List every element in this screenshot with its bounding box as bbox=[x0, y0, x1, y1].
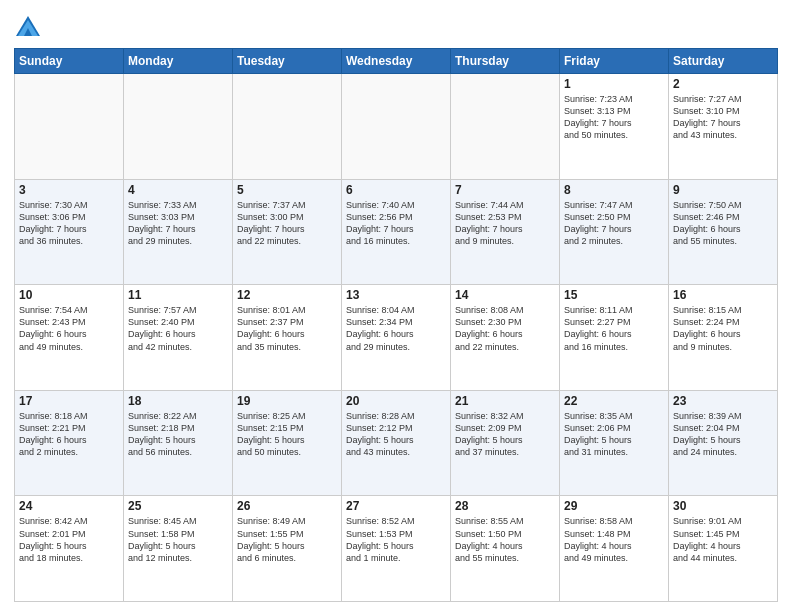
calendar-day-cell: 20Sunrise: 8:28 AM Sunset: 2:12 PM Dayli… bbox=[342, 390, 451, 496]
day-info: Sunrise: 7:33 AM Sunset: 3:03 PM Dayligh… bbox=[128, 199, 228, 248]
calendar-week-row: 3Sunrise: 7:30 AM Sunset: 3:06 PM Daylig… bbox=[15, 179, 778, 285]
calendar-header-friday: Friday bbox=[560, 49, 669, 74]
day-info: Sunrise: 7:47 AM Sunset: 2:50 PM Dayligh… bbox=[564, 199, 664, 248]
day-number: 20 bbox=[346, 394, 446, 408]
day-number: 23 bbox=[673, 394, 773, 408]
day-info: Sunrise: 8:58 AM Sunset: 1:48 PM Dayligh… bbox=[564, 515, 664, 564]
calendar-week-row: 1Sunrise: 7:23 AM Sunset: 3:13 PM Daylig… bbox=[15, 74, 778, 180]
day-number: 21 bbox=[455, 394, 555, 408]
day-info: Sunrise: 8:39 AM Sunset: 2:04 PM Dayligh… bbox=[673, 410, 773, 459]
day-info: Sunrise: 9:01 AM Sunset: 1:45 PM Dayligh… bbox=[673, 515, 773, 564]
calendar-day-cell: 28Sunrise: 8:55 AM Sunset: 1:50 PM Dayli… bbox=[451, 496, 560, 602]
calendar-day-cell: 16Sunrise: 8:15 AM Sunset: 2:24 PM Dayli… bbox=[669, 285, 778, 391]
day-info: Sunrise: 8:52 AM Sunset: 1:53 PM Dayligh… bbox=[346, 515, 446, 564]
day-number: 29 bbox=[564, 499, 664, 513]
calendar-day-cell: 22Sunrise: 8:35 AM Sunset: 2:06 PM Dayli… bbox=[560, 390, 669, 496]
calendar-day-cell: 21Sunrise: 8:32 AM Sunset: 2:09 PM Dayli… bbox=[451, 390, 560, 496]
calendar-day-cell: 24Sunrise: 8:42 AM Sunset: 2:01 PM Dayli… bbox=[15, 496, 124, 602]
calendar-header-wednesday: Wednesday bbox=[342, 49, 451, 74]
calendar-day-cell: 3Sunrise: 7:30 AM Sunset: 3:06 PM Daylig… bbox=[15, 179, 124, 285]
calendar-week-row: 24Sunrise: 8:42 AM Sunset: 2:01 PM Dayli… bbox=[15, 496, 778, 602]
day-number: 11 bbox=[128, 288, 228, 302]
calendar-day-cell: 19Sunrise: 8:25 AM Sunset: 2:15 PM Dayli… bbox=[233, 390, 342, 496]
calendar-day-cell: 15Sunrise: 8:11 AM Sunset: 2:27 PM Dayli… bbox=[560, 285, 669, 391]
day-info: Sunrise: 8:01 AM Sunset: 2:37 PM Dayligh… bbox=[237, 304, 337, 353]
day-number: 18 bbox=[128, 394, 228, 408]
calendar-header-sunday: Sunday bbox=[15, 49, 124, 74]
day-number: 17 bbox=[19, 394, 119, 408]
calendar-day-cell: 1Sunrise: 7:23 AM Sunset: 3:13 PM Daylig… bbox=[560, 74, 669, 180]
day-info: Sunrise: 7:44 AM Sunset: 2:53 PM Dayligh… bbox=[455, 199, 555, 248]
calendar-header-thursday: Thursday bbox=[451, 49, 560, 74]
day-info: Sunrise: 8:42 AM Sunset: 2:01 PM Dayligh… bbox=[19, 515, 119, 564]
day-number: 28 bbox=[455, 499, 555, 513]
day-number: 16 bbox=[673, 288, 773, 302]
day-number: 13 bbox=[346, 288, 446, 302]
day-info: Sunrise: 8:22 AM Sunset: 2:18 PM Dayligh… bbox=[128, 410, 228, 459]
day-number: 26 bbox=[237, 499, 337, 513]
day-number: 25 bbox=[128, 499, 228, 513]
day-info: Sunrise: 7:40 AM Sunset: 2:56 PM Dayligh… bbox=[346, 199, 446, 248]
day-number: 2 bbox=[673, 77, 773, 91]
calendar-day-cell: 5Sunrise: 7:37 AM Sunset: 3:00 PM Daylig… bbox=[233, 179, 342, 285]
day-info: Sunrise: 7:27 AM Sunset: 3:10 PM Dayligh… bbox=[673, 93, 773, 142]
day-info: Sunrise: 7:50 AM Sunset: 2:46 PM Dayligh… bbox=[673, 199, 773, 248]
page: SundayMondayTuesdayWednesdayThursdayFrid… bbox=[0, 0, 792, 612]
day-info: Sunrise: 8:25 AM Sunset: 2:15 PM Dayligh… bbox=[237, 410, 337, 459]
calendar-day-cell: 18Sunrise: 8:22 AM Sunset: 2:18 PM Dayli… bbox=[124, 390, 233, 496]
day-number: 19 bbox=[237, 394, 337, 408]
calendar-header-row: SundayMondayTuesdayWednesdayThursdayFrid… bbox=[15, 49, 778, 74]
day-number: 9 bbox=[673, 183, 773, 197]
calendar-day-cell: 23Sunrise: 8:39 AM Sunset: 2:04 PM Dayli… bbox=[669, 390, 778, 496]
calendar-day-cell: 30Sunrise: 9:01 AM Sunset: 1:45 PM Dayli… bbox=[669, 496, 778, 602]
day-info: Sunrise: 8:18 AM Sunset: 2:21 PM Dayligh… bbox=[19, 410, 119, 459]
day-info: Sunrise: 8:11 AM Sunset: 2:27 PM Dayligh… bbox=[564, 304, 664, 353]
day-number: 5 bbox=[237, 183, 337, 197]
calendar-day-cell: 25Sunrise: 8:45 AM Sunset: 1:58 PM Dayli… bbox=[124, 496, 233, 602]
calendar-day-cell: 2Sunrise: 7:27 AM Sunset: 3:10 PM Daylig… bbox=[669, 74, 778, 180]
day-info: Sunrise: 8:55 AM Sunset: 1:50 PM Dayligh… bbox=[455, 515, 555, 564]
day-number: 1 bbox=[564, 77, 664, 91]
day-number: 3 bbox=[19, 183, 119, 197]
calendar-day-cell bbox=[233, 74, 342, 180]
calendar-day-cell: 14Sunrise: 8:08 AM Sunset: 2:30 PM Dayli… bbox=[451, 285, 560, 391]
calendar-day-cell: 4Sunrise: 7:33 AM Sunset: 3:03 PM Daylig… bbox=[124, 179, 233, 285]
day-info: Sunrise: 7:30 AM Sunset: 3:06 PM Dayligh… bbox=[19, 199, 119, 248]
day-number: 24 bbox=[19, 499, 119, 513]
day-info: Sunrise: 7:54 AM Sunset: 2:43 PM Dayligh… bbox=[19, 304, 119, 353]
calendar-day-cell: 12Sunrise: 8:01 AM Sunset: 2:37 PM Dayli… bbox=[233, 285, 342, 391]
calendar-day-cell: 13Sunrise: 8:04 AM Sunset: 2:34 PM Dayli… bbox=[342, 285, 451, 391]
day-number: 6 bbox=[346, 183, 446, 197]
calendar-day-cell: 7Sunrise: 7:44 AM Sunset: 2:53 PM Daylig… bbox=[451, 179, 560, 285]
calendar-day-cell: 10Sunrise: 7:54 AM Sunset: 2:43 PM Dayli… bbox=[15, 285, 124, 391]
day-info: Sunrise: 7:23 AM Sunset: 3:13 PM Dayligh… bbox=[564, 93, 664, 142]
day-number: 27 bbox=[346, 499, 446, 513]
calendar-day-cell bbox=[124, 74, 233, 180]
logo bbox=[14, 14, 46, 42]
day-number: 14 bbox=[455, 288, 555, 302]
calendar-day-cell: 26Sunrise: 8:49 AM Sunset: 1:55 PM Dayli… bbox=[233, 496, 342, 602]
day-number: 12 bbox=[237, 288, 337, 302]
day-number: 30 bbox=[673, 499, 773, 513]
calendar-day-cell: 17Sunrise: 8:18 AM Sunset: 2:21 PM Dayli… bbox=[15, 390, 124, 496]
calendar-day-cell: 27Sunrise: 8:52 AM Sunset: 1:53 PM Dayli… bbox=[342, 496, 451, 602]
day-number: 10 bbox=[19, 288, 119, 302]
logo-icon bbox=[14, 14, 42, 42]
day-info: Sunrise: 8:35 AM Sunset: 2:06 PM Dayligh… bbox=[564, 410, 664, 459]
calendar-header-tuesday: Tuesday bbox=[233, 49, 342, 74]
calendar-day-cell bbox=[451, 74, 560, 180]
calendar-day-cell: 6Sunrise: 7:40 AM Sunset: 2:56 PM Daylig… bbox=[342, 179, 451, 285]
day-number: 22 bbox=[564, 394, 664, 408]
day-info: Sunrise: 7:57 AM Sunset: 2:40 PM Dayligh… bbox=[128, 304, 228, 353]
day-number: 8 bbox=[564, 183, 664, 197]
calendar-header-saturday: Saturday bbox=[669, 49, 778, 74]
calendar-table: SundayMondayTuesdayWednesdayThursdayFrid… bbox=[14, 48, 778, 602]
calendar-header-monday: Monday bbox=[124, 49, 233, 74]
day-info: Sunrise: 8:15 AM Sunset: 2:24 PM Dayligh… bbox=[673, 304, 773, 353]
day-info: Sunrise: 8:28 AM Sunset: 2:12 PM Dayligh… bbox=[346, 410, 446, 459]
day-info: Sunrise: 8:45 AM Sunset: 1:58 PM Dayligh… bbox=[128, 515, 228, 564]
day-number: 15 bbox=[564, 288, 664, 302]
calendar-week-row: 10Sunrise: 7:54 AM Sunset: 2:43 PM Dayli… bbox=[15, 285, 778, 391]
day-info: Sunrise: 8:49 AM Sunset: 1:55 PM Dayligh… bbox=[237, 515, 337, 564]
calendar-day-cell bbox=[15, 74, 124, 180]
